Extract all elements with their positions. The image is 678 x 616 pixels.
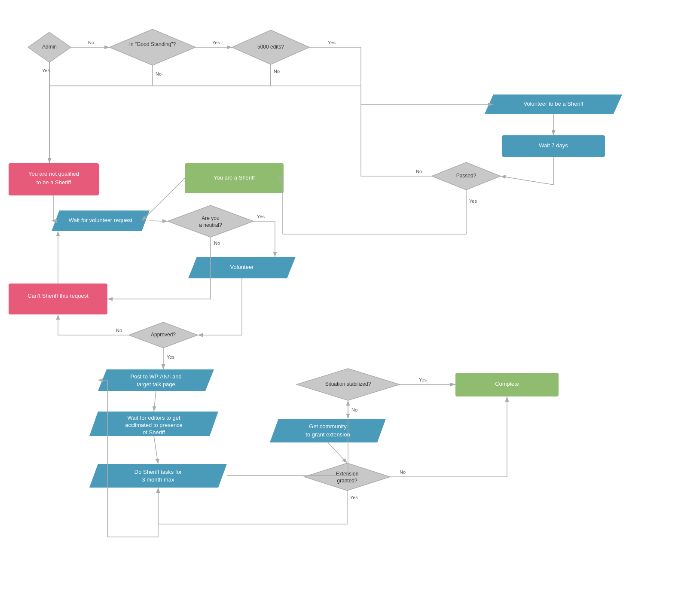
neutral-label2: a neutral? [199,222,222,228]
volunteer-label: Volunteer [230,264,254,270]
cant-sheriff-label: Can't Sheriff this request [27,293,89,299]
post-wp-label2: target talk page [137,381,175,387]
extension-label: Extension [336,471,359,477]
label-edits-no: No [274,69,280,74]
arrow-post-wait [154,391,156,412]
you-are-sheriff-label: You are a Sheriff [214,174,255,181]
admin-label: Admin [42,44,57,50]
label-good-yes: Yes [212,40,220,45]
arrow-volunteer-approved [198,278,242,335]
label-edits-yes: Yes [328,40,336,45]
arrow-sheriff-wait [142,178,185,221]
label-extension-no: No [400,470,406,475]
do-tasks-label: Do Sheriff tasks for [134,469,182,475]
label-situation-no: No [351,407,357,412]
arrow-extension-yes [158,488,347,524]
label-approved-no: No [116,328,122,333]
wait-editors-label2: acclimated to presence [125,422,183,428]
post-wp-label: Post to WP:AN/I and [130,373,181,380]
label-approved-yes: Yes [167,354,174,360]
arrow-wait-dotasks [154,436,158,464]
label-neutral-yes: Yes [257,214,265,219]
arrow-edits-volunteer [309,47,493,104]
arrow-passed-yes [283,178,466,234]
label-neutral-no: No [214,241,220,246]
flowchart: Admin In "Good Standing"? 5000 edits? Vo… [0,0,678,616]
edits-label: 5000 edits? [257,44,284,50]
label-passed-no: No [416,169,422,174]
complete-label: Complete [495,381,519,387]
post-wp-shape [98,369,214,391]
wait-editors-label3: of Sheriff [143,429,165,436]
not-qualified-label: You are not qualified [28,171,79,177]
arrow-wait-neutral [150,221,168,221]
get-community-label: Get community [309,423,347,430]
arrow-good-no [49,65,153,163]
arrow-extension-no [390,396,507,477]
approved-label: Approved? [151,332,176,338]
arrow-dotasks-loop [98,380,158,537]
arrow-edits-no [153,64,271,86]
arrow-community-extension [328,442,347,463]
label-passed-yes: Yes [469,198,477,204]
label-admin-no: No [88,40,94,45]
label-good-no: No [156,71,162,76]
extension-label2: granted? [337,478,357,484]
label-admin-yes: Yes [42,68,50,73]
wait-7-days-label: Wait 7 days [539,142,568,149]
volunteer-sheriff-label: Volunteer to be a Sheriff [523,101,583,107]
do-tasks-shape [89,464,227,488]
arrow-neutral-yes [253,221,275,257]
arrow-wait7-passed2 [501,176,553,185]
arrow-passed-no [361,104,432,176]
not-qualified-label2: to be a Sheriff [37,179,71,186]
passed-label: Passed? [456,173,476,179]
do-tasks-label2: 3 month max [142,476,174,483]
get-community-shape [270,419,386,442]
label-extension-yes: Yes [350,495,358,500]
get-community-label2: to grant extension [305,431,350,438]
good-standing-label: In "Good Standing"? [129,41,176,47]
label-situation-yes: Yes [419,377,427,382]
wait-editors-label: Wait for editors to get [127,415,180,421]
neutral-label: Are you [202,215,219,221]
wait-volunteer-label: Wait for volunteer request [69,217,133,223]
situation-label: Situation stabilized? [325,381,371,387]
arrow-notqualified-wait [52,195,54,221]
